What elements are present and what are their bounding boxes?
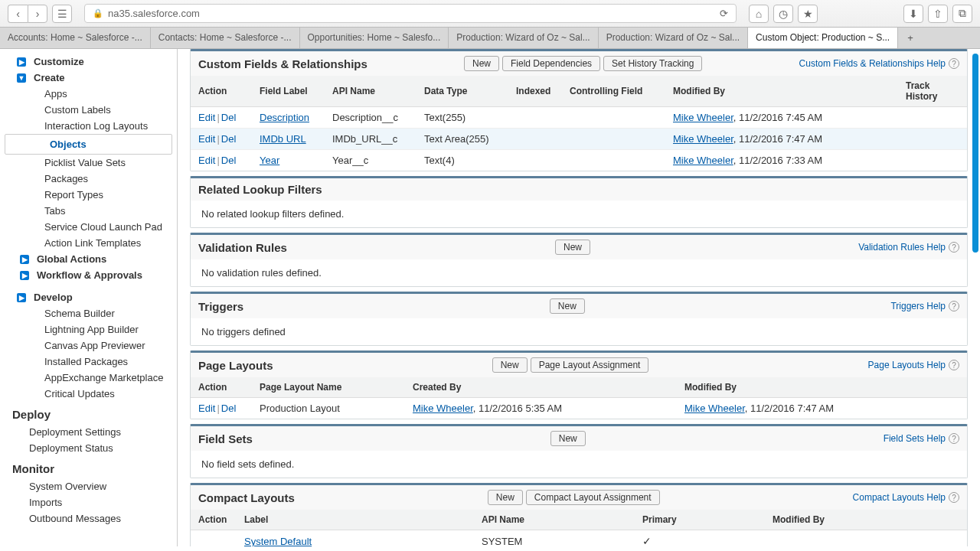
- new-field-button[interactable]: New: [464, 56, 499, 71]
- tab-opportunities[interactable]: Opportunities: Home ~ Salesfo...: [300, 28, 449, 48]
- sidebar-installed-packages[interactable]: Installed Packages: [0, 354, 177, 370]
- new-tab-button[interactable]: +: [898, 28, 923, 48]
- sidebar-customize[interactable]: ▶Customize: [0, 54, 177, 70]
- compact-assignment-button[interactable]: Compact Layout Assignment: [526, 490, 660, 505]
- chevron-right-icon[interactable]: ▶: [17, 57, 26, 67]
- sidebar-lightning-builder[interactable]: Lightning App Builder: [0, 321, 177, 337]
- layouts-table: Action Page Layout Name Created By Modif…: [191, 377, 967, 419]
- history-tracking-button[interactable]: Set History Tracking: [603, 56, 702, 71]
- del-link[interactable]: Del: [221, 133, 237, 145]
- sidebar-interaction-log[interactable]: Interaction Log Layouts: [0, 118, 177, 134]
- new-compact-button[interactable]: New: [488, 490, 523, 505]
- sidebar-create[interactable]: ▼Create: [0, 70, 177, 86]
- chevron-right-icon[interactable]: ▶: [20, 255, 29, 264]
- sidebar-deployment-settings[interactable]: Deployment Settings: [0, 424, 177, 440]
- back-button[interactable]: ‹: [8, 5, 28, 23]
- help-icon[interactable]: ?: [949, 58, 959, 69]
- custom-fields-panel: Custom Fields & Relationships New Field …: [190, 49, 968, 171]
- sidebar-deployment-status[interactable]: Deployment Status: [0, 440, 177, 456]
- page-layouts-panel: Page Layouts New Page Layout Assignment …: [190, 350, 968, 419]
- sidebar-critical-updates[interactable]: Critical Updates: [0, 386, 177, 402]
- new-fieldset-button[interactable]: New: [550, 431, 586, 446]
- sidebar-apps[interactable]: Apps: [0, 86, 177, 102]
- help-icon[interactable]: ?: [949, 492, 959, 503]
- sidebar-action-link[interactable]: Action Link Templates: [0, 235, 177, 251]
- share-icon[interactable]: ⇧: [928, 5, 948, 23]
- data-type: Text Area(255): [416, 129, 508, 150]
- sidebar-packages[interactable]: Packages: [0, 171, 177, 187]
- del-link[interactable]: Del: [221, 112, 237, 123]
- sidebar-develop[interactable]: ▶Develop: [0, 289, 177, 305]
- tab-accounts[interactable]: Accounts: Home ~ Salesforce -...: [0, 28, 151, 48]
- chevron-right-icon[interactable]: ▶: [20, 271, 29, 280]
- reload-icon[interactable]: ⟳: [720, 8, 728, 19]
- download-icon[interactable]: ⬇: [903, 5, 923, 23]
- sidebar-workflow[interactable]: ▶Workflow & Approvals: [0, 267, 177, 283]
- sidebar-system-overview[interactable]: System Overview: [0, 478, 177, 494]
- new-validation-button[interactable]: New: [555, 240, 590, 255]
- new-layout-button[interactable]: New: [492, 357, 528, 373]
- history-icon[interactable]: ◷: [773, 5, 793, 23]
- scrollbar[interactable]: [972, 54, 978, 253]
- th-label: Label: [237, 510, 474, 530]
- sidebar-imports[interactable]: Imports: [0, 494, 177, 510]
- edit-link[interactable]: Edit: [198, 155, 215, 166]
- th-track: Track History: [898, 76, 967, 107]
- sidebar-custom-labels[interactable]: Custom Labels: [0, 102, 177, 118]
- tabs-icon[interactable]: ⧉: [952, 5, 972, 23]
- triggers-help-link[interactable]: Triggers Help: [890, 301, 946, 311]
- sidebar-appexchange[interactable]: AppExchange Marketplace: [0, 370, 177, 386]
- tab-custom-object[interactable]: Custom Object: Production ~ S...: [748, 28, 898, 48]
- api-name: Description__c: [325, 107, 416, 129]
- modified-by-link[interactable]: Mike Wheeler: [673, 133, 733, 145]
- edit-link[interactable]: Edit: [198, 403, 215, 414]
- validation-help-link[interactable]: Validation Rules Help: [858, 242, 946, 253]
- sidebar-objects[interactable]: Objects: [5, 134, 172, 155]
- custom-fields-help-link[interactable]: Custom Fields & Relationships Help: [799, 58, 946, 69]
- sidebar-tabs[interactable]: Tabs: [0, 203, 177, 219]
- new-trigger-button[interactable]: New: [550, 298, 585, 314]
- forward-button[interactable]: ›: [28, 5, 47, 23]
- modified-by-link[interactable]: Mike Wheeler: [673, 155, 733, 166]
- edit-link[interactable]: Edit: [198, 112, 215, 123]
- compact-help-link[interactable]: Compact Layouts Help: [853, 492, 946, 503]
- layouts-help-link[interactable]: Page Layouts Help: [868, 360, 946, 370]
- del-link[interactable]: Del: [221, 403, 237, 414]
- modified-by-link[interactable]: Mike Wheeler: [673, 112, 733, 123]
- field-label-link[interactable]: Year: [260, 155, 279, 166]
- chevron-down-icon[interactable]: ▼: [17, 73, 26, 83]
- sidebar-picklist[interactable]: Picklist Value Sets: [0, 155, 177, 171]
- sidebar-canvas-previewer[interactable]: Canvas App Previewer: [0, 337, 177, 354]
- sidebar-schema-builder[interactable]: Schema Builder: [0, 305, 177, 321]
- help-icon[interactable]: ?: [949, 242, 959, 253]
- field-row: Edit|Del Year Year__c Text(4) Mike Wheel…: [191, 150, 967, 171]
- field-dependencies-button[interactable]: Field Dependencies: [502, 56, 600, 71]
- layout-assignment-button[interactable]: Page Layout Assignment: [531, 357, 649, 373]
- sidebar-service-cloud[interactable]: Service Cloud Launch Pad: [0, 219, 177, 235]
- sidebar-global-actions[interactable]: ▶Global Actions: [0, 251, 177, 267]
- edit-link[interactable]: Edit: [198, 133, 215, 145]
- tab-contacts[interactable]: Contacts: Home ~ Salesforce -...: [151, 28, 300, 48]
- home-icon[interactable]: ⌂: [749, 5, 769, 23]
- created-by-link[interactable]: Mike Wheeler: [413, 403, 473, 414]
- sidebar-report-types[interactable]: Report Types: [0, 187, 177, 203]
- fieldsets-help-link[interactable]: Field Sets Help: [884, 433, 946, 444]
- compact-label-link[interactable]: System Default: [244, 536, 312, 547]
- sidebar-outbound-messages[interactable]: Outbound Messages: [0, 510, 177, 527]
- help-icon[interactable]: ?: [949, 301, 959, 311]
- field-label-link[interactable]: IMDb URL: [260, 133, 306, 145]
- del-link[interactable]: Del: [221, 155, 237, 166]
- url-bar[interactable]: 🔒 na35.salesforce.com ⟳: [84, 4, 737, 23]
- tab-production2[interactable]: Production: Wizard of Oz ~ Sal...: [599, 28, 748, 48]
- sidebar-toggle[interactable]: ☰: [52, 5, 72, 23]
- th-modified: Modified By: [765, 510, 967, 530]
- tab-production1[interactable]: Production: Wizard of Oz ~ Sal...: [449, 28, 598, 48]
- help-icon[interactable]: ?: [949, 360, 959, 370]
- layout-row: Edit|Del Production Layout Mike Wheeler,…: [191, 398, 967, 419]
- bookmark-icon[interactable]: ★: [798, 5, 818, 23]
- field-label-link[interactable]: Description: [260, 112, 309, 123]
- modified-by-link[interactable]: Mike Wheeler: [684, 403, 745, 414]
- th-indexed: Indexed: [508, 76, 562, 107]
- chevron-right-icon[interactable]: ▶: [17, 293, 26, 302]
- help-icon[interactable]: ?: [949, 433, 959, 444]
